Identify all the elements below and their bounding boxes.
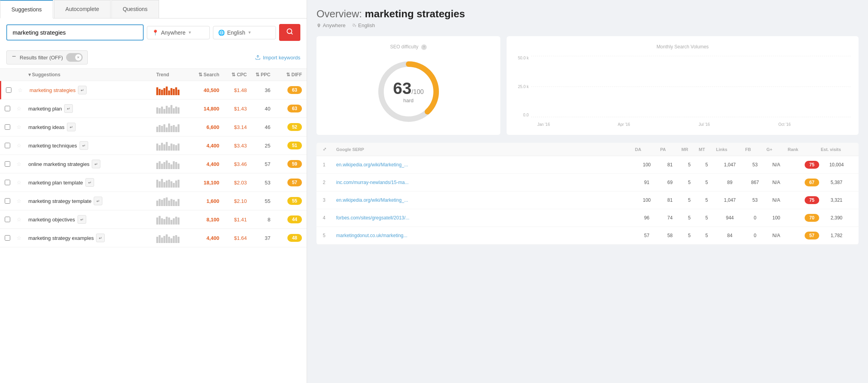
- tab-suggestions[interactable]: Suggestions: [0, 0, 53, 18]
- diff-badge: 63: [287, 86, 302, 94]
- ppc-value: 8: [247, 217, 270, 223]
- search-input[interactable]: [6, 24, 144, 41]
- trend-bars: [156, 159, 188, 169]
- language-select[interactable]: 🌐 English ▼: [213, 26, 276, 39]
- row-action-button[interactable]: ↵: [64, 104, 73, 113]
- bar-item: [799, 125, 824, 127]
- row-star[interactable]: ☆: [18, 87, 30, 93]
- serp-mr: 5: [681, 233, 697, 238]
- serp-visits: 3,321: [821, 197, 852, 203]
- diff-badge-wrap: 55: [270, 197, 302, 205]
- search-button[interactable]: [279, 24, 300, 41]
- table-row: ☆ marketing strategy template ↵: [0, 192, 307, 210]
- row-star[interactable]: ☆: [17, 216, 28, 223]
- meta-location-text: Anywhere: [323, 22, 346, 28]
- location-select[interactable]: 📍 Anywhere ▼: [147, 26, 210, 39]
- diff-badge: 57: [287, 179, 302, 186]
- ppc-value: 25: [247, 143, 270, 149]
- serp-rank-num: 4: [323, 215, 335, 221]
- row-star[interactable]: ☆: [17, 179, 28, 186]
- serp-gplus: N/A: [766, 197, 786, 203]
- row-action-button[interactable]: ↵: [78, 86, 87, 94]
- chart-area: Jan '16 Apr '16: [531, 56, 851, 127]
- ppc-value: 53: [247, 180, 270, 186]
- row-checkbox[interactable]: [5, 217, 10, 222]
- language-icon: 🌐: [218, 29, 225, 36]
- meta-language-text: English: [358, 22, 375, 28]
- serp-url[interactable]: forbes.com/sites/gregsatell/2013/...: [336, 215, 633, 221]
- row-action-button[interactable]: ↵: [94, 197, 102, 205]
- keyword-text: marketing strategy template: [28, 198, 91, 204]
- search-volume: 14,800: [188, 106, 219, 112]
- serp-mr: 5: [681, 180, 697, 185]
- import-button[interactable]: Import keywords: [255, 55, 300, 61]
- serp-url[interactable]: en.wikipedia.org/wiki/Marketing_...: [336, 162, 633, 168]
- row-action-button[interactable]: ↵: [92, 160, 100, 168]
- monthly-chart-title: Monthly Search Volumes: [515, 44, 851, 50]
- row-action-button[interactable]: ↵: [96, 234, 105, 242]
- row-star[interactable]: ☆: [17, 161, 28, 167]
- serp-rank-badge: 70: [805, 214, 819, 222]
- row-checkbox[interactable]: [6, 87, 11, 93]
- seo-help-icon[interactable]: ?: [421, 44, 427, 50]
- bar-item: [558, 125, 583, 127]
- row-checkbox[interactable]: [5, 106, 10, 111]
- location-icon: 📍: [152, 29, 159, 36]
- trend-bars: [156, 140, 188, 151]
- cpc-value: $1.41: [219, 217, 247, 223]
- row-checkbox[interactable]: [5, 180, 10, 185]
- col-trend: Trend: [156, 72, 188, 77]
- col-visits: Est. visits: [821, 147, 852, 152]
- bar-label: Apr '16: [618, 122, 630, 127]
- serp-mr: 5: [681, 215, 697, 221]
- seo-denom: /100: [411, 88, 424, 95]
- row-star[interactable]: ☆: [17, 142, 28, 149]
- diff-badge-wrap: 63: [270, 86, 302, 94]
- bar-label: Jul '16: [699, 122, 710, 127]
- serp-fb: 0: [745, 215, 765, 221]
- cpc-value: $3.43: [219, 143, 247, 149]
- serp-visits: 5,387: [821, 180, 852, 185]
- serp-url[interactable]: en.wikipedia.org/wiki/Marketing_...: [336, 197, 633, 203]
- diff-badge-wrap: 57: [270, 179, 302, 186]
- overview-meta: Anywhere English: [316, 22, 859, 28]
- trend-bars: [156, 177, 188, 188]
- row-checkbox[interactable]: [5, 235, 10, 241]
- row-checkbox[interactable]: [5, 198, 10, 204]
- trend-bars: [156, 214, 188, 225]
- row-action-button[interactable]: ↵: [78, 215, 86, 224]
- seo-donut: 63/100 hard: [373, 56, 444, 127]
- serp-url[interactable]: marketingdonut.co.uk/marketing...: [336, 233, 633, 238]
- y-label-top: 50.0 k: [515, 56, 529, 60]
- serp-rank-num: 3: [323, 197, 335, 203]
- table-row: ☆ marketing strategies ↵: [0, 81, 307, 99]
- row-checkbox[interactable]: [5, 143, 10, 148]
- row-action-button[interactable]: ↵: [85, 178, 94, 187]
- serp-links: 1,047: [716, 197, 744, 203]
- ppc-value: 55: [247, 198, 270, 204]
- row-star[interactable]: ☆: [17, 124, 28, 130]
- row-checkbox[interactable]: [5, 161, 10, 167]
- serp-rank-badge-wrap: 67: [788, 179, 819, 186]
- serp-mt: 5: [699, 215, 714, 221]
- bar-item: [745, 125, 770, 127]
- seo-difficulty-card: SEO difficulty ? 63/100 hard: [316, 36, 500, 135]
- tab-questions[interactable]: Questions: [111, 0, 159, 18]
- ppc-value: 36: [247, 87, 270, 93]
- serp-pa: 74: [660, 215, 680, 221]
- bar-label: Jan '16: [537, 122, 550, 127]
- filter-toggle[interactable]: [66, 53, 83, 62]
- row-checkbox[interactable]: [5, 124, 10, 130]
- bar-item: Oct '16: [772, 121, 797, 127]
- serp-url[interactable]: inc.com/murray-newlands/15-ma...: [336, 180, 633, 185]
- tab-autocomplete[interactable]: Autocomplete: [54, 0, 111, 18]
- diff-badge: 51: [287, 142, 302, 149]
- keyword-link[interactable]: marketing strategies: [30, 87, 76, 93]
- row-star[interactable]: ☆: [17, 105, 28, 112]
- row-star[interactable]: ☆: [17, 235, 28, 241]
- row-star[interactable]: ☆: [17, 198, 28, 204]
- diff-badge: 63: [287, 105, 302, 112]
- serp-rank-badge: 67: [805, 179, 819, 186]
- row-action-button[interactable]: ↵: [67, 123, 76, 131]
- row-action-button[interactable]: ↵: [80, 141, 88, 150]
